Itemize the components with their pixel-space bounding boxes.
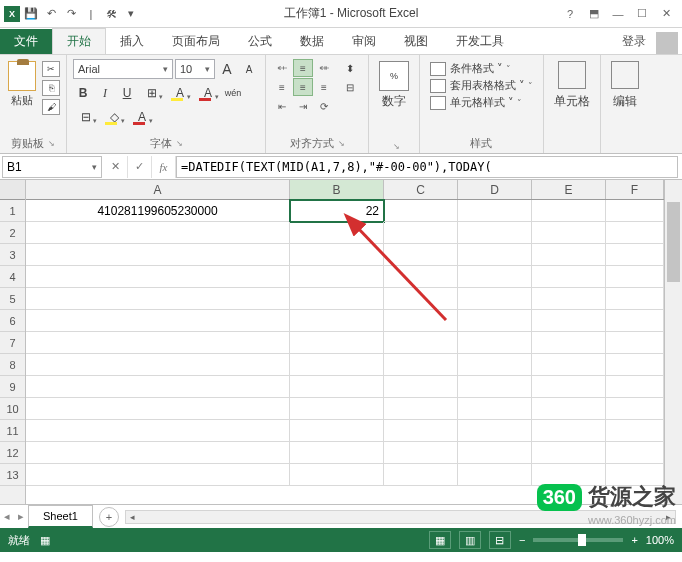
cell-B8[interactable] — [290, 354, 384, 376]
macro-record-icon[interactable]: ▦ — [40, 534, 50, 547]
copy-icon[interactable]: ⎘ — [42, 80, 60, 96]
cell-B4[interactable] — [290, 266, 384, 288]
cell-D2[interactable] — [458, 222, 532, 244]
cell-F3[interactable] — [606, 244, 664, 266]
sheet-nav-next-icon[interactable]: ▸ — [18, 510, 24, 523]
cell-D13[interactable] — [458, 464, 532, 486]
cell-D6[interactable] — [458, 310, 532, 332]
column-header[interactable]: E — [532, 180, 606, 199]
cell-A2[interactable] — [26, 222, 290, 244]
maximize-icon[interactable]: ☐ — [630, 4, 654, 24]
underline-button[interactable]: U — [117, 83, 137, 103]
cell-A4[interactable] — [26, 266, 290, 288]
vertical-scrollbar[interactable] — [664, 180, 682, 504]
number-dialog-icon[interactable]: ↘ — [393, 142, 400, 151]
add-sheet-icon[interactable]: + — [99, 507, 119, 527]
cell-D8[interactable] — [458, 354, 532, 376]
cell-C5[interactable] — [384, 288, 458, 310]
cell-F5[interactable] — [606, 288, 664, 310]
zoom-in-icon[interactable]: + — [631, 534, 637, 546]
cell-E9[interactable] — [532, 376, 606, 398]
border-button[interactable]: ⊞ — [139, 83, 165, 103]
cell-B10[interactable] — [290, 398, 384, 420]
insert-function-icon[interactable]: fx — [152, 156, 176, 178]
cell-A13[interactable] — [26, 464, 290, 486]
align-right-icon[interactable]: ≡ — [314, 78, 334, 96]
cell-A12[interactable] — [26, 442, 290, 464]
row-header[interactable]: 4 — [0, 266, 25, 288]
save-icon[interactable]: 💾 — [22, 5, 40, 23]
cell-A8[interactable] — [26, 354, 290, 376]
cell-C3[interactable] — [384, 244, 458, 266]
cells[interactable]: 41028119960523000022 — [26, 200, 664, 486]
cell-C13[interactable] — [384, 464, 458, 486]
cell-B12[interactable] — [290, 442, 384, 464]
cell-E8[interactable] — [532, 354, 606, 376]
minimize-icon[interactable]: — — [606, 4, 630, 24]
row-header[interactable]: 11 — [0, 420, 25, 442]
qat-dropdown-icon[interactable]: ▾ — [122, 5, 140, 23]
cell-A7[interactable] — [26, 332, 290, 354]
edit-icon[interactable] — [611, 61, 639, 89]
row-header[interactable]: 5 — [0, 288, 25, 310]
cell-F6[interactable] — [606, 310, 664, 332]
shrink-font-icon[interactable]: A — [239, 59, 259, 79]
cell-E3[interactable] — [532, 244, 606, 266]
page-layout-view-icon[interactable]: ▥ — [459, 531, 481, 549]
orientation-icon[interactable]: ⟳ — [314, 97, 334, 115]
undo-icon[interactable]: ↶ — [42, 5, 60, 23]
cell-D12[interactable] — [458, 442, 532, 464]
cell-F12[interactable] — [606, 442, 664, 464]
row-header[interactable]: 10 — [0, 398, 25, 420]
cell-D1[interactable] — [458, 200, 532, 222]
cell-F9[interactable] — [606, 376, 664, 398]
tab-file[interactable]: 文件 — [0, 29, 52, 54]
cell-B6[interactable] — [290, 310, 384, 332]
cell-C12[interactable] — [384, 442, 458, 464]
row-header[interactable]: 3 — [0, 244, 25, 266]
cell-C6[interactable] — [384, 310, 458, 332]
select-all-corner[interactable] — [0, 180, 25, 200]
tab-view[interactable]: 视图 — [390, 29, 442, 54]
zoom-slider[interactable] — [533, 538, 623, 542]
merge-cells-icon[interactable]: ⊟ — [338, 78, 362, 96]
align-center-icon[interactable]: ≡ — [293, 78, 313, 96]
cell-C9[interactable] — [384, 376, 458, 398]
cells-icon[interactable] — [558, 61, 586, 89]
help-icon[interactable]: ? — [558, 4, 582, 24]
cell-D7[interactable] — [458, 332, 532, 354]
align-bottom-icon[interactable]: ⬵ — [314, 59, 334, 77]
sheet-nav-prev-icon[interactable]: ◂ — [4, 510, 10, 523]
row-header[interactable]: 1 — [0, 200, 25, 222]
cells-button[interactable]: 单元格 — [554, 93, 590, 110]
row-header[interactable]: 9 — [0, 376, 25, 398]
cell-E1[interactable] — [532, 200, 606, 222]
cell-F8[interactable] — [606, 354, 664, 376]
tab-layout[interactable]: 页面布局 — [158, 29, 234, 54]
row-header[interactable]: 7 — [0, 332, 25, 354]
formula-cancel-icon[interactable]: ✕ — [104, 156, 128, 178]
tab-review[interactable]: 审阅 — [338, 29, 390, 54]
fill-color-button[interactable]: A — [167, 83, 193, 103]
sheet-tab[interactable]: Sheet1 — [28, 505, 93, 528]
fill-color-button-2[interactable]: ◇ — [101, 107, 127, 127]
align-dialog-icon[interactable]: ↘ — [338, 139, 345, 148]
row-header[interactable]: 6 — [0, 310, 25, 332]
grow-font-icon[interactable]: A — [217, 59, 237, 79]
cell-D5[interactable] — [458, 288, 532, 310]
font-size-select[interactable]: 10 — [175, 59, 215, 79]
cell-C10[interactable] — [384, 398, 458, 420]
tab-home[interactable]: 开始 — [52, 28, 106, 54]
decrease-indent-icon[interactable]: ⇤ — [272, 97, 292, 115]
cell-B9[interactable] — [290, 376, 384, 398]
cell-B5[interactable] — [290, 288, 384, 310]
cell-B1[interactable]: 22 — [290, 200, 384, 222]
cell-E7[interactable] — [532, 332, 606, 354]
cell-A5[interactable] — [26, 288, 290, 310]
name-box[interactable]: B1 — [2, 156, 102, 178]
excel-icon[interactable]: X — [4, 6, 20, 22]
cell-C4[interactable] — [384, 266, 458, 288]
cell-C1[interactable] — [384, 200, 458, 222]
cell-B2[interactable] — [290, 222, 384, 244]
cell-E11[interactable] — [532, 420, 606, 442]
